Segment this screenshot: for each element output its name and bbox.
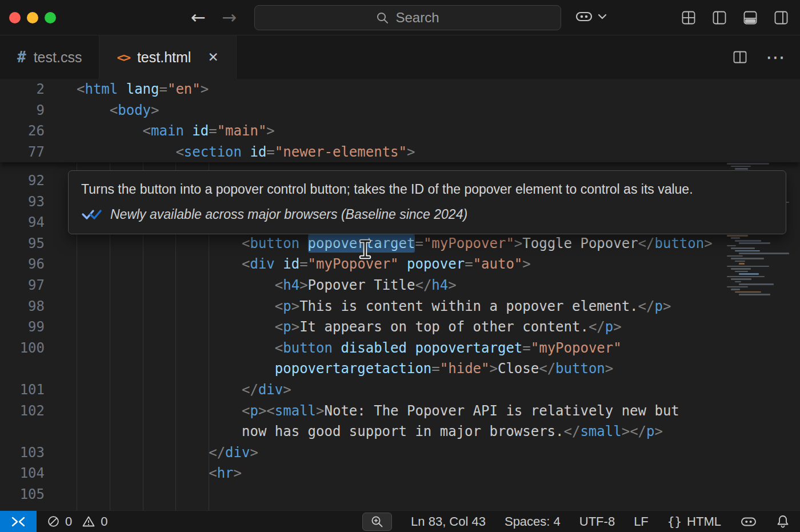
braces-icon: {}: [667, 515, 682, 529]
problems-status[interactable]: 0 0: [47, 514, 108, 529]
line-number[interactable]: 77: [0, 142, 77, 163]
toggle-primary-sidebar-icon[interactable]: [712, 10, 727, 25]
notifications-bell-icon[interactable]: [776, 514, 790, 529]
line-number[interactable]: 102: [0, 401, 77, 422]
line-number[interactable]: 93: [0, 191, 77, 213]
code-line[interactable]: 101 </div>: [0, 379, 800, 401]
close-tab-icon[interactable]: ✕: [207, 50, 218, 65]
line-number[interactable]: 97: [0, 275, 77, 296]
line-number[interactable]: 99: [0, 317, 77, 338]
code-line[interactable]: 103 </div>: [0, 442, 800, 463]
code-line[interactable]: 99 <p>It appears on top of other content…: [0, 317, 800, 338]
mouse-cursor-icon: [358, 239, 373, 259]
eol-status[interactable]: LF: [634, 514, 649, 529]
minimap-line: [735, 168, 748, 170]
forward-button[interactable]: →: [222, 0, 237, 35]
line-number[interactable]: 2: [0, 79, 77, 100]
language-label: HTML: [687, 514, 721, 529]
line-number[interactable]: 103: [0, 442, 77, 463]
copilot-status-icon[interactable]: [740, 515, 757, 529]
code-line[interactable]: 100 <button disabled popovertarget="myPo…: [0, 338, 800, 359]
remote-icon: [10, 514, 26, 529]
tab-test-css[interactable]: # test.css: [0, 35, 99, 79]
code-line[interactable]: 104 <hr>: [0, 463, 800, 484]
minimap-line: [735, 291, 761, 293]
minimap-line: [739, 253, 789, 254]
line-number[interactable]: 101: [0, 379, 77, 401]
language-mode[interactable]: {} HTML: [667, 514, 721, 529]
minimap-line: [739, 283, 774, 285]
copilot-menu-button[interactable]: [575, 9, 607, 24]
code-line[interactable]: 102 <p><small>Note: The Popover API is r…: [0, 401, 800, 422]
minimap-line: [731, 166, 751, 167]
code-text: <div id="myPopover" popover="auto">: [77, 254, 531, 275]
code-line[interactable]: 96 <div id="myPopover" popover="auto">: [0, 254, 800, 275]
sticky-lines[interactable]: 2<html lang="en">9 <body>26 <main id="ma…: [0, 79, 800, 162]
code-line[interactable]: now has good support in major browsers.<…: [0, 421, 800, 442]
cursor-position[interactable]: Ln 83, Col 43: [411, 514, 486, 529]
tab-label: test.html: [137, 49, 191, 66]
line-number[interactable]: 100: [0, 338, 77, 359]
line-number[interactable]: 94: [0, 212, 77, 233]
minimap-line: [739, 263, 745, 265]
editor[interactable]: 92939495 <button popovertarget="myPopove…: [0, 79, 800, 510]
line-number[interactable]: 95: [0, 233, 77, 254]
code-text: <p><small>Note: The Popover API is relat…: [77, 401, 679, 422]
code-text: <button disabled popovertarget="myPopove…: [77, 338, 622, 359]
code-line[interactable]: 95 <button popovertarget="myPopover">Tog…: [0, 233, 800, 254]
line-number[interactable]: 98: [0, 296, 77, 317]
remote-indicator[interactable]: [0, 511, 37, 532]
line-number[interactable]: [0, 421, 77, 442]
split-editor-icon[interactable]: [733, 50, 747, 65]
encoding-status[interactable]: UTF-8: [579, 514, 615, 529]
code-text: <h4>Popover Title</h4>: [77, 275, 457, 296]
search-input[interactable]: Search: [254, 5, 561, 30]
zoom-magnifier-icon: [370, 515, 384, 529]
code-line[interactable]: 2<html lang="en">: [0, 79, 800, 100]
search-label: Search: [395, 10, 439, 26]
error-icon: [47, 515, 60, 528]
code-line[interactable]: 26 <main id="main">: [0, 121, 800, 142]
line-number[interactable]: 92: [0, 170, 77, 191]
toggle-secondary-sidebar-icon[interactable]: [774, 10, 789, 25]
close-window-button[interactable]: [9, 12, 21, 23]
minimap-line: [739, 294, 770, 295]
warning-count: 0: [101, 514, 107, 529]
code-text: <html lang="en">: [77, 79, 209, 100]
code-line[interactable]: 77 <section id="newer-elements">: [0, 142, 800, 163]
line-number[interactable]: 104: [0, 463, 77, 484]
toggle-panel-icon[interactable]: [743, 10, 758, 25]
more-actions-icon[interactable]: ⋯: [766, 51, 785, 63]
titlebar: ← → Search: [0, 0, 800, 35]
code-line[interactable]: 98 <p>This is content within a popover e…: [0, 296, 800, 317]
minimap-line: [727, 245, 736, 247]
baseline-icon: [81, 207, 103, 221]
zoom-indicator[interactable]: [362, 513, 392, 531]
code-line[interactable]: 97 <h4>Popover Title</h4>: [0, 275, 800, 296]
line-number[interactable]: 26: [0, 121, 77, 142]
minimize-window-button[interactable]: [27, 12, 38, 23]
hover-tooltip: Turns the button into a popover control …: [68, 170, 786, 234]
line-number[interactable]: 105: [0, 484, 77, 505]
indentation-status[interactable]: Spaces: 4: [505, 514, 561, 529]
tab-label: test.css: [34, 49, 82, 66]
line-number[interactable]: 96: [0, 254, 77, 275]
code-line[interactable]: popovertargetaction="hide">Close</button…: [0, 358, 800, 379]
code-text: </div>: [77, 442, 258, 463]
code-line[interactable]: 9 <body>: [0, 100, 800, 121]
hover-description: Turns the button into a popover control …: [81, 180, 773, 198]
code-line[interactable]: 105: [0, 484, 800, 505]
maximize-window-button[interactable]: [45, 12, 56, 23]
editor-layout-grid-icon[interactable]: [681, 10, 696, 25]
minimap-line: [727, 235, 748, 237]
code-text: <hr>: [77, 463, 242, 484]
window-controls: [9, 12, 56, 23]
line-number[interactable]: [0, 358, 77, 379]
code-text: <body>: [77, 100, 159, 121]
back-button[interactable]: ←: [191, 0, 206, 35]
line-number[interactable]: 9: [0, 100, 77, 121]
minimap-line: [731, 247, 755, 249]
tab-test-html[interactable]: <> test.html ✕: [99, 35, 236, 79]
code-text: <button popovertarget="myPopover">Toggle…: [77, 233, 713, 254]
editor-actions: ⋯: [733, 35, 800, 79]
